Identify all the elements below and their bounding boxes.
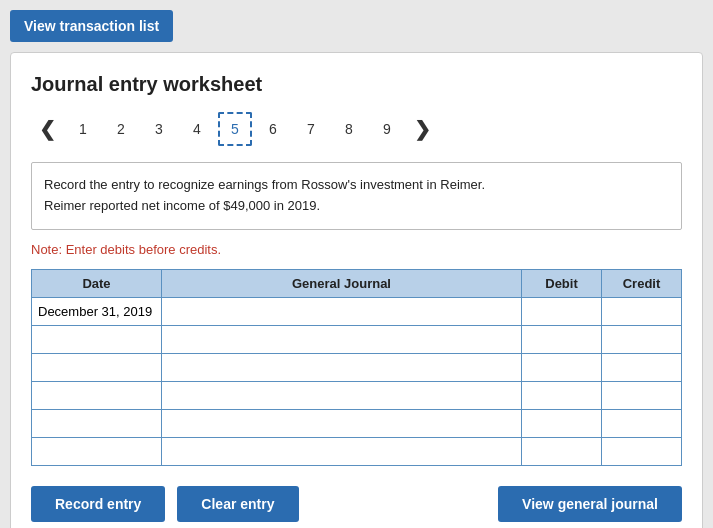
debit-input-4[interactable] xyxy=(528,388,595,403)
col-header-journal: General Journal xyxy=(162,269,522,297)
journal-cell-2[interactable] xyxy=(162,325,522,353)
table-row xyxy=(32,437,682,465)
date-cell-4 xyxy=(32,381,162,409)
date-cell-3 xyxy=(32,353,162,381)
view-transaction-button[interactable]: View transaction list xyxy=(10,10,173,42)
credit-cell-4[interactable] xyxy=(602,381,682,409)
credit-input-3[interactable] xyxy=(608,360,675,375)
clear-entry-button[interactable]: Clear entry xyxy=(177,486,298,522)
journal-table: Date General Journal Debit Credit Decemb… xyxy=(31,269,682,466)
page-7[interactable]: 7 xyxy=(294,112,328,146)
table-row xyxy=(32,381,682,409)
worksheet-title: Journal entry worksheet xyxy=(31,73,682,96)
debit-cell-4[interactable] xyxy=(522,381,602,409)
journal-input-4[interactable] xyxy=(168,388,515,403)
page-9[interactable]: 9 xyxy=(370,112,404,146)
note-text: Note: Enter debits before credits. xyxy=(31,242,682,257)
debit-cell-1[interactable] xyxy=(522,297,602,325)
page-8[interactable]: 8 xyxy=(332,112,366,146)
prev-page-button[interactable]: ❮ xyxy=(31,113,64,145)
page-5[interactable]: 5 xyxy=(218,112,252,146)
main-panel: Journal entry worksheet ❮ 1 2 3 4 5 6 7 … xyxy=(10,52,703,528)
page-6[interactable]: 6 xyxy=(256,112,290,146)
journal-input-6[interactable] xyxy=(168,444,515,459)
table-row xyxy=(32,353,682,381)
journal-cell-5[interactable] xyxy=(162,409,522,437)
credit-input-1[interactable] xyxy=(608,304,675,319)
date-value-1: December 31, 2019 xyxy=(38,304,152,319)
record-entry-button[interactable]: Record entry xyxy=(31,486,165,522)
credit-input-5[interactable] xyxy=(608,416,675,431)
table-row xyxy=(32,325,682,353)
description-box: Record the entry to recognize earnings f… xyxy=(31,162,682,230)
date-cell-1: December 31, 2019 xyxy=(32,297,162,325)
col-header-credit: Credit xyxy=(602,269,682,297)
journal-input-1[interactable] xyxy=(168,304,515,319)
page-4[interactable]: 4 xyxy=(180,112,214,146)
credit-input-6[interactable] xyxy=(608,444,675,459)
date-cell-5 xyxy=(32,409,162,437)
credit-cell-6[interactable] xyxy=(602,437,682,465)
description-text: Record the entry to recognize earnings f… xyxy=(44,177,485,213)
credit-input-4[interactable] xyxy=(608,388,675,403)
credit-cell-2[interactable] xyxy=(602,325,682,353)
journal-cell-3[interactable] xyxy=(162,353,522,381)
journal-input-2[interactable] xyxy=(168,332,515,347)
table-row xyxy=(32,409,682,437)
journal-cell-6[interactable] xyxy=(162,437,522,465)
debit-cell-3[interactable] xyxy=(522,353,602,381)
debit-input-2[interactable] xyxy=(528,332,595,347)
debit-cell-2[interactable] xyxy=(522,325,602,353)
debit-input-3[interactable] xyxy=(528,360,595,375)
credit-cell-5[interactable] xyxy=(602,409,682,437)
credit-cell-1[interactable] xyxy=(602,297,682,325)
credit-input-2[interactable] xyxy=(608,332,675,347)
top-bar: View transaction list xyxy=(10,10,703,42)
journal-cell-1[interactable] xyxy=(162,297,522,325)
page-2[interactable]: 2 xyxy=(104,112,138,146)
col-header-debit: Debit xyxy=(522,269,602,297)
debit-input-6[interactable] xyxy=(528,444,595,459)
date-cell-2 xyxy=(32,325,162,353)
debit-cell-6[interactable] xyxy=(522,437,602,465)
debit-input-1[interactable] xyxy=(528,304,595,319)
bottom-buttons: Record entry Clear entry View general jo… xyxy=(31,486,682,522)
date-cell-6 xyxy=(32,437,162,465)
view-general-journal-button[interactable]: View general journal xyxy=(498,486,682,522)
col-header-date: Date xyxy=(32,269,162,297)
page-3[interactable]: 3 xyxy=(142,112,176,146)
page-1[interactable]: 1 xyxy=(66,112,100,146)
journal-input-3[interactable] xyxy=(168,360,515,375)
credit-cell-3[interactable] xyxy=(602,353,682,381)
journal-input-5[interactable] xyxy=(168,416,515,431)
debit-cell-5[interactable] xyxy=(522,409,602,437)
debit-input-5[interactable] xyxy=(528,416,595,431)
table-row: December 31, 2019 xyxy=(32,297,682,325)
pagination: ❮ 1 2 3 4 5 6 7 8 9 ❯ xyxy=(31,112,682,146)
journal-cell-4[interactable] xyxy=(162,381,522,409)
next-page-button[interactable]: ❯ xyxy=(406,113,439,145)
